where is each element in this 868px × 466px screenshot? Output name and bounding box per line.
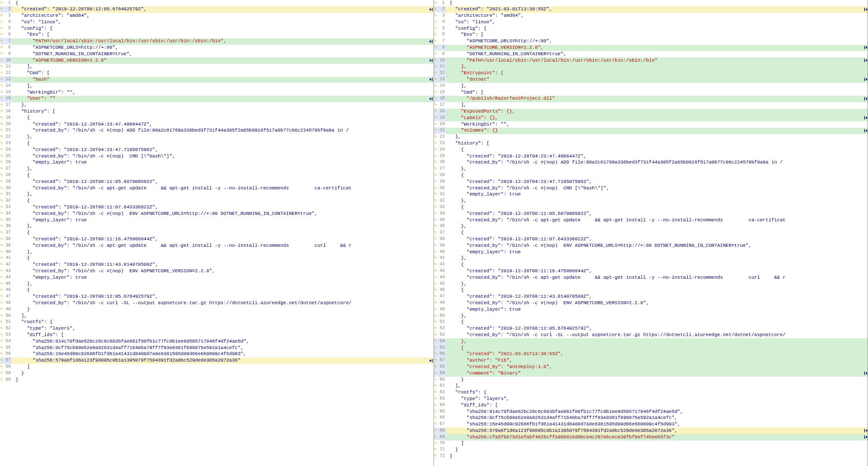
code-row[interactable]: ✎15 "Cmd": [ <box>434 89 868 96</box>
code-row[interactable]: ✎51 "rootfs": { <box>0 319 434 326</box>
code-row[interactable]: ✎37 { <box>0 230 434 236</box>
code-row[interactable]: ✎5 "config": { <box>434 25 868 32</box>
code-row[interactable]: ✎18 "ExposedPorts": {}, <box>434 109 868 115</box>
code-row[interactable]: ✎13 "bash" <box>0 77 434 83</box>
right-pane[interactable]: ✎1{✎2 "created": "2021-03-01T13:38:55Z",… <box>434 0 868 466</box>
code-row[interactable]: ✎23 "history": [ <box>434 141 868 147</box>
code-row[interactable]: ✎35 "empty_layer": true <box>0 217 434 224</box>
code-row[interactable]: ✎30 "created_by": "/bin/sh -c #(nop) CMD… <box>434 185 868 192</box>
code-row[interactable]: ✎33 "created": "2019-12-28T08:11:07.6433… <box>0 205 434 211</box>
code-row[interactable]: ✎60} <box>0 377 434 383</box>
diff-marker[interactable] <box>429 77 434 82</box>
code-row[interactable]: ✎32 }, <box>434 198 868 205</box>
code-row[interactable]: ✎38 "created": "2019-12-28T08:11:07.6433… <box>434 236 868 242</box>
code-row[interactable]: ✎48 "created_by": "/bin/sh -c #(nop) ENV… <box>434 300 868 306</box>
code-row[interactable]: ✎7 "ASPNETCORE_URLS=http://+:80", <box>434 38 868 45</box>
code-row[interactable]: ✎21 "Volumes": {} <box>434 128 868 134</box>
code-row[interactable]: ✎61 ], <box>434 383 868 390</box>
code-row[interactable]: ✎44 "empty_layer": true <box>0 274 434 281</box>
code-row[interactable]: ✎12 "Entrypoint": [ <box>434 70 868 77</box>
code-row[interactable]: ✎25 "created": "2019-12-28T04:23:47.4966… <box>434 153 868 160</box>
code-row[interactable]: ✎42 { <box>434 262 868 268</box>
code-row[interactable]: ✎46 { <box>434 287 868 294</box>
code-row[interactable]: ✎43 "created": "2019-12-28T08:11:16.4750… <box>434 268 868 274</box>
code-row[interactable]: ✎33 { <box>434 205 868 211</box>
diff-marker[interactable] <box>429 39 434 44</box>
code-row[interactable]: ✎59 } <box>0 370 434 377</box>
code-row[interactable]: ✎57 "sha256:579a8f1d6a123f98095c0b1a1395… <box>0 358 434 364</box>
code-row[interactable]: ✎18 "history": [ <box>0 109 434 115</box>
diff-marker[interactable] <box>863 7 868 12</box>
code-row[interactable]: ✎37 { <box>434 230 868 236</box>
code-row[interactable]: ✎39 "created_by": "/bin/sh -c apt-get up… <box>0 242 434 249</box>
code-row[interactable]: ✎62 "rootfs": { <box>434 390 868 396</box>
code-row[interactable]: ✎65 "sha256:814c70fdae62bc26c6c603bfae86… <box>434 409 868 415</box>
code-row[interactable]: ✎63 "type": "layers", <box>434 396 868 402</box>
code-row[interactable]: ✎1{ <box>0 0 434 6</box>
code-row[interactable]: ✎68 "sha256:579a8f1d6a123f98095c0b1a1395… <box>434 428 868 434</box>
code-row[interactable]: ✎6 "Env": [ <box>0 32 434 38</box>
code-row[interactable]: ✎40 "empty_layer": true <box>434 249 868 255</box>
code-row[interactable]: ✎2 "created": "2019-12-28T08:12:05.67649… <box>0 6 434 13</box>
code-row[interactable]: ✎16 "User": "" <box>0 96 434 102</box>
code-row[interactable]: ✎40 }, <box>0 249 434 255</box>
code-row[interactable]: ✎14 ], <box>434 83 868 89</box>
diff-marker[interactable] <box>863 116 868 120</box>
code-row[interactable]: ✎14 ], <box>0 83 434 89</box>
code-row[interactable]: ✎25 "created_by": "/bin/sh -c #(nop) CMD… <box>0 153 434 160</box>
code-row[interactable]: ✎24 "created": "2019-12-28T04:23:47.7195… <box>0 147 434 153</box>
code-row[interactable]: ✎53 "created_by": "/bin/sh -c curl -SL -… <box>434 332 868 338</box>
code-row[interactable]: ✎52 "created": "2019-12-28T08:12:05.6764… <box>434 326 868 332</box>
code-row[interactable]: ✎11 ], <box>0 64 434 70</box>
code-row[interactable]: ✎31 "empty_layer": true <box>434 192 868 198</box>
code-row[interactable]: ✎12 "Cmd": [ <box>0 70 434 77</box>
code-row[interactable]: ✎21 "created_by": "/bin/sh -c #(nop) ADD… <box>0 128 434 134</box>
code-row[interactable]: ✎54 "sha256:814c70fdae62bc26c6c603bfae86… <box>0 338 434 345</box>
code-row[interactable]: ✎47 "created": "2019-12-28T08:11:43.8140… <box>434 294 868 300</box>
code-row[interactable]: ✎58 ] <box>0 364 434 370</box>
code-row[interactable]: ✎17 }, <box>0 102 434 109</box>
code-row[interactable]: ✎9 "DOTNET_RUNNING_IN_CONTAINER=true", <box>434 51 868 57</box>
code-row[interactable]: ✎30 "created_by": "/bin/sh -c apt-get up… <box>0 185 434 192</box>
code-row[interactable]: ✎58 "created_by": "antdeploy:1.0", <box>434 364 868 370</box>
code-row[interactable]: ✎53 "diff_ids": [ <box>0 332 434 338</box>
code-row[interactable]: ✎10 "PATH=/usr/local/sbin:/usr/local/bin… <box>434 57 868 64</box>
code-row[interactable]: ✎54 }, <box>434 338 868 345</box>
code-row[interactable]: ✎1{ <box>434 0 868 6</box>
code-row[interactable]: ✎71 } <box>434 447 868 453</box>
code-row[interactable]: ✎4 "os": "linux", <box>0 19 434 25</box>
code-row[interactable]: ✎46 { <box>0 287 434 294</box>
diff-marker[interactable] <box>429 58 434 63</box>
code-row[interactable]: ✎5 "config": { <box>0 25 434 32</box>
code-row[interactable]: ✎3 "architecture": "amd64", <box>434 13 868 19</box>
diff-marker[interactable] <box>863 58 868 63</box>
code-row[interactable]: ✎29 "created": "2019-12-28T04:23:47.7195… <box>434 179 868 185</box>
code-row[interactable]: ✎35 "created_by": "/bin/sh -c apt-get up… <box>434 217 868 224</box>
code-row[interactable]: ✎64 "diff_ids": [ <box>434 402 868 409</box>
code-row[interactable]: ✎59 "comment": "Binary" <box>434 370 868 377</box>
code-row[interactable]: ✎20 "created": "2019-12-28T04:23:47.4966… <box>0 121 434 128</box>
code-row[interactable]: ✎67 "sha256:15e45d99c92686fb1fd61a41431d… <box>434 422 868 428</box>
diff-marker[interactable] <box>429 97 434 101</box>
code-row[interactable]: ✎28 { <box>434 173 868 179</box>
code-row[interactable]: ✎41 }, <box>434 255 868 262</box>
code-row[interactable]: ✎49 } <box>0 306 434 313</box>
code-row[interactable]: ✎34 "created_by": "/bin/sh -c #(nop) ENV… <box>0 211 434 217</box>
code-row[interactable]: ✎11 ], <box>434 64 868 70</box>
code-row[interactable]: ✎72} <box>434 453 868 460</box>
code-row[interactable]: ✎52 "type": "layers", <box>0 326 434 332</box>
code-row[interactable]: ✎4 "os": "linux", <box>434 19 868 25</box>
code-row[interactable]: ✎23 { <box>0 141 434 147</box>
code-row[interactable]: ✎56 "created": "2021-03-01T13:38:55Z", <box>434 351 868 358</box>
code-row[interactable]: ✎44 "created_by": "/bin/sh -c apt-get up… <box>434 274 868 281</box>
diff-marker[interactable] <box>863 435 868 439</box>
code-row[interactable]: ✎2 "created": "2021-03-01T13:38:55Z", <box>434 6 868 13</box>
left-pane[interactable]: ✎1{✎2 "created": "2019-12-28T08:12:05.67… <box>0 0 434 466</box>
code-row[interactable]: ✎55 { <box>434 345 868 351</box>
code-row[interactable]: ✎24 { <box>434 147 868 153</box>
code-row[interactable]: ✎45 }, <box>0 281 434 287</box>
code-row[interactable]: ✎19 "Labels": {}, <box>434 115 868 121</box>
code-row[interactable]: ✎38 "created": "2019-12-28T08:11:16.4750… <box>0 236 434 242</box>
code-row[interactable]: ✎45 }, <box>434 281 868 287</box>
code-row[interactable]: ✎10 "ASPNETCORE_VERSION=2.2.8" <box>0 57 434 64</box>
